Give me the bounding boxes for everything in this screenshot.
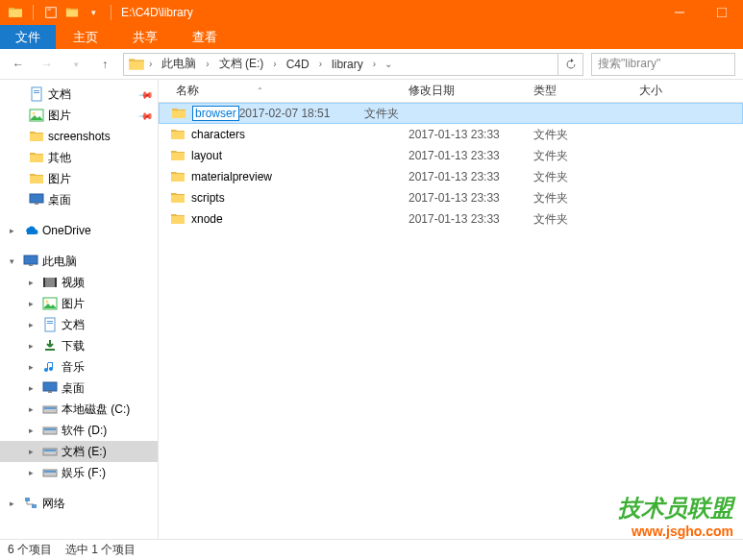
sidebar-item-label: OneDrive [42, 224, 158, 237]
music-icon [42, 359, 58, 375]
tab-home[interactable]: 主页 [56, 25, 115, 49]
breadcrumb-segment[interactable]: library [326, 58, 369, 71]
breadcrumb-segment[interactable]: 此电脑 [156, 56, 202, 72]
minimize-button[interactable] [658, 0, 701, 25]
tab-file[interactable]: 文件 [0, 25, 56, 49]
file-row[interactable]: xnode2017-01-13 23:33文件夹 [159, 208, 743, 230]
recent-dropdown[interactable]: ▾ [65, 54, 87, 75]
expand-icon[interactable]: ▸ [29, 299, 38, 308]
breadcrumb-history-dropdown[interactable]: ⌄ [380, 59, 397, 69]
expand-icon[interactable]: ▸ [29, 383, 38, 393]
sidebar-item-onedrive[interactable]: ▸ OneDrive [0, 220, 158, 241]
sidebar-item[interactable]: 图片 [0, 168, 158, 189]
sidebar-item-label: 图片 [48, 171, 158, 187]
sidebar-item[interactable]: 图片📌 [0, 105, 158, 126]
column-size[interactable]: 大小 [639, 83, 716, 99]
svg-point-18 [46, 301, 49, 304]
folder-icon [170, 211, 186, 227]
expand-icon[interactable]: ▸ [29, 468, 38, 477]
file-date: 2017-01-13 23:33 [409, 128, 533, 141]
sidebar-item[interactable]: ▸软件 (D:) [0, 420, 158, 441]
expand-icon[interactable]: ▸ [29, 320, 38, 329]
svg-rect-23 [32, 504, 37, 508]
sidebar-item[interactable]: screenshots [0, 126, 158, 147]
sort-indicator-icon: ⌃ [257, 86, 263, 95]
sidebar-item-label: 图片 [62, 296, 158, 312]
svg-rect-20 [47, 321, 53, 322]
sidebar-item-network[interactable]: ▸ 网络 [0, 493, 158, 514]
search-input[interactable]: 搜索"library" [591, 53, 735, 76]
chevron-right-icon[interactable]: › [317, 59, 324, 69]
up-button[interactable]: ↑ [94, 54, 115, 75]
qat-newfolder-icon[interactable] [64, 5, 80, 20]
qat-properties-icon[interactable] [43, 5, 59, 20]
sidebar-item[interactable]: 文档📌 [0, 84, 158, 105]
onedrive-icon [23, 223, 38, 238]
file-type: 文件夹 [533, 127, 639, 143]
expand-icon[interactable]: ▸ [29, 278, 38, 287]
column-name[interactable]: 名称⌃ [159, 83, 409, 99]
breadcrumb-segment[interactable]: 文档 (E:) [213, 56, 270, 72]
sidebar-item[interactable]: ▸本地磁盘 (C:) [0, 399, 158, 420]
chevron-right-icon[interactable]: › [371, 59, 378, 69]
file-row[interactable]: browser2017-02-07 18:51文件夹 [159, 103, 743, 124]
file-name: characters [191, 128, 409, 141]
chevron-right-icon[interactable]: › [204, 59, 211, 69]
expand-icon[interactable]: ▸ [29, 341, 38, 351]
folder-icon [171, 106, 186, 121]
breadcrumb-segment[interactable]: C4D [281, 58, 315, 71]
sidebar-item-label: 娱乐 (F:) [62, 465, 158, 481]
file-row[interactable]: scripts2017-01-13 23:33文件夹 [159, 187, 743, 208]
column-type[interactable]: 类型 [533, 83, 639, 99]
file-row[interactable]: characters2017-01-13 23:33文件夹 [159, 124, 743, 145]
file-date: 2017-01-13 23:33 [409, 170, 533, 183]
statusbar: 6 个项目 选中 1 个项目 [0, 539, 743, 560]
tab-share[interactable]: 共享 [115, 25, 175, 49]
sidebar-item-thispc[interactable]: ▾ 此电脑 [0, 251, 158, 272]
expand-icon[interactable]: ▸ [29, 362, 38, 372]
expand-icon[interactable]: ▸ [10, 226, 19, 235]
computer-icon [23, 254, 38, 269]
doc-icon [42, 317, 58, 332]
expand-icon[interactable]: ▸ [29, 447, 38, 456]
sidebar-item[interactable]: ▸视频 [0, 272, 158, 293]
qat-dropdown-icon[interactable]: ▾ [86, 5, 101, 20]
expand-icon[interactable]: ▸ [29, 426, 38, 435]
watermark-url: www.jsgho.com [618, 523, 733, 539]
folder-icon [29, 129, 44, 144]
ribbon-tabs: 文件 主页 共享 查看 [0, 25, 743, 49]
file-date: 2017-01-13 23:33 [409, 149, 533, 162]
sidebar-item[interactable]: ▸音乐 [0, 356, 158, 377]
column-headers: 名称⌃ 修改日期 类型 大小 [159, 80, 743, 103]
sidebar-item[interactable]: ▸娱乐 (F:) [0, 462, 158, 483]
back-button[interactable]: ← [8, 54, 29, 75]
sidebar-item[interactable]: ▸文档 (E:) [0, 441, 158, 462]
sidebar-item[interactable]: ▸文档 [0, 314, 158, 335]
collapse-icon[interactable]: ▾ [10, 256, 19, 266]
chevron-right-icon[interactable]: › [147, 59, 154, 69]
refresh-button[interactable] [557, 54, 582, 75]
file-name: layout [191, 149, 409, 162]
sidebar-item[interactable]: ▸桌面 [0, 377, 158, 399]
expand-icon[interactable]: ▸ [10, 499, 19, 508]
file-row[interactable]: materialpreview2017-01-13 23:33文件夹 [159, 166, 743, 187]
forward-button[interactable]: → [37, 54, 58, 75]
file-name: materialpreview [191, 170, 409, 183]
file-name-editing[interactable]: browser [192, 106, 239, 121]
sidebar-item[interactable]: ▸图片 [0, 293, 158, 314]
file-row[interactable]: layout2017-01-13 23:33文件夹 [159, 145, 743, 166]
svg-point-12 [33, 112, 36, 115]
chevron-right-icon[interactable]: › [271, 59, 278, 69]
sidebar-item[interactable]: 其他 [0, 147, 158, 168]
expand-icon[interactable]: ▸ [29, 404, 38, 414]
tab-view[interactable]: 查看 [175, 25, 235, 49]
maximize-button[interactable] [701, 0, 743, 25]
sidebar-item[interactable]: ▸下载 [0, 335, 158, 356]
breadcrumb[interactable]: › 此电脑 › 文档 (E:) › C4D › library › ⌄ [123, 53, 583, 76]
folder-icon [170, 169, 186, 184]
sidebar-item-label: 桌面 [62, 380, 158, 397]
sidebar: 文档📌图片📌screenshots其他图片桌面 ▸ OneDrive ▾ 此电脑… [0, 80, 159, 539]
column-date[interactable]: 修改日期 [409, 83, 533, 99]
sidebar-item[interactable]: 桌面 [0, 189, 158, 210]
file-name: xnode [191, 212, 409, 226]
